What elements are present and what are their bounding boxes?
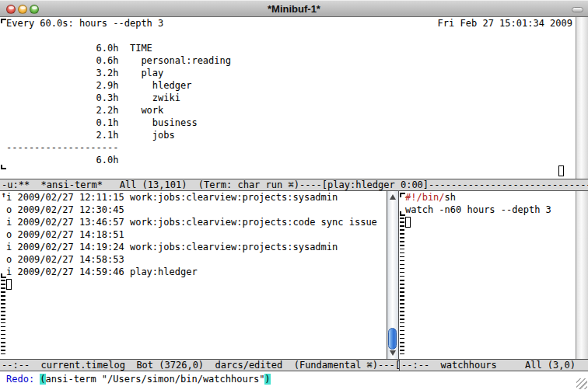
report-line: 0.3h zwiki [6, 92, 231, 104]
report-line: 0.6h personal:reading [6, 54, 231, 67]
window-resize-grip[interactable] [576, 378, 587, 389]
end-of-buffer-icon [1, 273, 6, 278]
watch-timestamp: Fri Feb 27 15:01:34 2009 [438, 17, 572, 30]
report-line: 2.1h jobs [6, 129, 231, 141]
end-of-buffer-icon [1, 165, 6, 169]
timelog-entry: o 2009/02/27 14:58:53 [6, 253, 377, 266]
scrollbar-thumb[interactable] [388, 328, 397, 350]
minibuffer-command: ansi-term "/Users/simon/bin/watchhours" [46, 374, 265, 385]
buffer-continues-above-icon: ↑ [0, 190, 7, 200]
shebang-line: #!/bin/sh [405, 191, 551, 204]
watch-header-row: Every 60.0s: hours --depth 3 Fri Feb 27 … [6, 17, 572, 30]
timelog-entry: i 2009/02/27 13:46:57 work:jobs:clearvie… [6, 216, 377, 228]
beginning-of-buffer-icon [400, 193, 405, 197]
shebang-prefix: #!/bin/ [405, 192, 445, 203]
report-line: -------------------- [6, 141, 231, 154]
toolbar-toggle-button[interactable] [572, 7, 583, 12]
ansi-term-modeline[interactable]: -u:** *ansi-term* All (13,101) (Term: ch… [0, 179, 588, 191]
close-paren-highlight: ) [264, 374, 270, 385]
empty-line-indicators [1, 280, 5, 354]
scroll-down-arrow-icon[interactable] [390, 350, 396, 356]
timelog-entry: i 2009/02/27 14:59:46 play:hledger [6, 266, 377, 278]
timelog-modeline[interactable]: --:-- current.timelog Bot (3726,0) darcs… [0, 359, 399, 371]
terminal-scrollbar[interactable] [576, 17, 588, 179]
script-command-line: watch -n60 hours --depth 3 [405, 204, 551, 216]
empty-line-indicators [400, 218, 404, 354]
report-line: 2.9h hledger [6, 79, 231, 92]
timelog-scrollbar[interactable] [387, 191, 399, 359]
watchhours-script: #!/bin/sh watch -n60 hours --depth 3 [405, 191, 551, 216]
window-title: *Minibuf-1* [0, 3, 588, 15]
open-paren-highlight: ( [40, 374, 45, 385]
end-of-buffer-icon [400, 211, 405, 216]
timelog-entry: i 2009/02/27 12:11:15 work:jobs:clearvie… [6, 191, 377, 204]
watchhours-cursor [405, 217, 411, 228]
timelog-entries: i 2009/02/27 12:11:15 work:jobs:clearvie… [6, 191, 377, 278]
timelog-entry: o 2009/02/27 14:18:51 [6, 228, 377, 241]
timelog-cursor [6, 279, 12, 290]
minibuffer-prompt: Redo: [6, 374, 40, 385]
timelog-entry: i 2009/02/27 14:19:24 work:jobs:clearvie… [6, 241, 377, 253]
report-line: 3.2h play [6, 67, 231, 79]
hours-report: 6.0h TIME 0.6h personal:reading 3.2h pla… [6, 42, 231, 166]
shebang-interpreter: sh [445, 192, 456, 203]
watchhours-scrollbar[interactable] [576, 191, 588, 359]
watch-command-text: Every 60.0s: hours --depth 3 [6, 17, 163, 30]
report-line: 6.0h [6, 154, 231, 166]
timelog-entry: o 2009/02/27 12:30:45 [6, 204, 377, 216]
terminal-cursor [558, 165, 564, 176]
report-line: 0.1h business [6, 117, 231, 129]
beginning-of-buffer-icon [1, 19, 6, 23]
report-line: 6.0h TIME [6, 42, 231, 54]
titlebar[interactable]: *Minibuf-1* [0, 0, 588, 17]
minibuffer[interactable]: Redo: (ansi-term "/Users/simon/bin/watch… [0, 371, 588, 390]
scroll-up-arrow-icon[interactable] [390, 194, 396, 200]
report-line: 2.2h work [6, 104, 231, 117]
watchhours-modeline[interactable]: --:-- watchhours All (3,0) (Fundamental … [399, 359, 588, 371]
